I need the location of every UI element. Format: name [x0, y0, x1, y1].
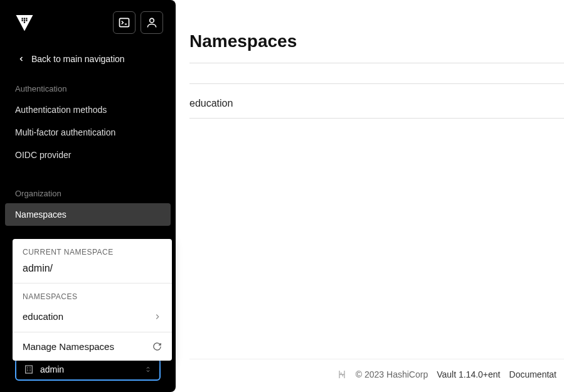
svg-rect-2	[26, 18, 27, 19]
footer: © 2023 HashiCorp Vault 1.14.0+ent Docume…	[189, 359, 564, 392]
manage-namespaces[interactable]: Manage Namespaces	[13, 332, 172, 361]
namespace-item-education[interactable]: education	[13, 305, 172, 328]
namespace-selector-value: admin	[40, 364, 138, 374]
svg-rect-3	[22, 20, 23, 21]
namespaces-list-label: NAMESPACES	[13, 283, 172, 305]
namespace-selector[interactable]: admin	[15, 358, 161, 381]
footer-doc-link[interactable]: Documentat	[509, 369, 556, 379]
svg-rect-1	[24, 18, 25, 19]
svg-rect-4	[24, 20, 25, 21]
svg-point-8	[150, 18, 154, 23]
section-header-auth: Authentication	[0, 77, 176, 98]
sidebar-top	[0, 0, 176, 43]
svg-rect-5	[26, 20, 27, 21]
section-header-org: Organization	[0, 181, 176, 203]
vault-logo	[15, 13, 34, 32]
main-content: Namespaces education © 2023 HashiCorp Va…	[176, 0, 564, 392]
chevron-right-icon	[153, 312, 162, 321]
terminal-button[interactable]	[113, 11, 136, 34]
namespace-row[interactable]: education	[189, 84, 564, 119]
top-icons	[113, 11, 163, 34]
user-button[interactable]	[141, 11, 163, 34]
chevron-left-icon	[18, 55, 25, 63]
nav-namespaces[interactable]: Namespaces	[5, 203, 171, 226]
footer-copyright: © 2023 HashiCorp	[356, 369, 428, 379]
updown-icon	[144, 365, 152, 374]
footer-version: Vault 1.14.0+ent	[437, 369, 500, 379]
refresh-icon	[152, 342, 162, 351]
nav-mfa[interactable]: Multi-factor authentication	[0, 121, 176, 144]
nav-auth-methods[interactable]: Authentication methods	[0, 98, 176, 121]
current-namespace-value: admin/	[13, 260, 172, 283]
back-to-main-nav[interactable]: Back to main navigation	[0, 43, 176, 77]
svg-rect-7	[120, 18, 129, 26]
svg-rect-9	[26, 366, 33, 373]
namespace-item-label: education	[23, 311, 63, 322]
hashicorp-icon	[337, 369, 347, 379]
page-title: Namespaces	[176, 0, 564, 63]
nav-oidc[interactable]: OIDC provider	[0, 144, 176, 166]
sidebar: Back to main navigation Authentication A…	[0, 0, 176, 392]
namespace-popup: CURRENT NAMESPACE admin/ NAMESPACES educ…	[13, 239, 172, 361]
svg-rect-6	[24, 22, 25, 23]
title-divider	[189, 63, 564, 63]
back-label: Back to main navigation	[31, 54, 125, 64]
svg-rect-0	[22, 18, 23, 19]
building-icon	[24, 364, 34, 374]
current-namespace-label: CURRENT NAMESPACE	[13, 239, 172, 260]
manage-namespaces-label: Manage Namespaces	[23, 341, 114, 352]
